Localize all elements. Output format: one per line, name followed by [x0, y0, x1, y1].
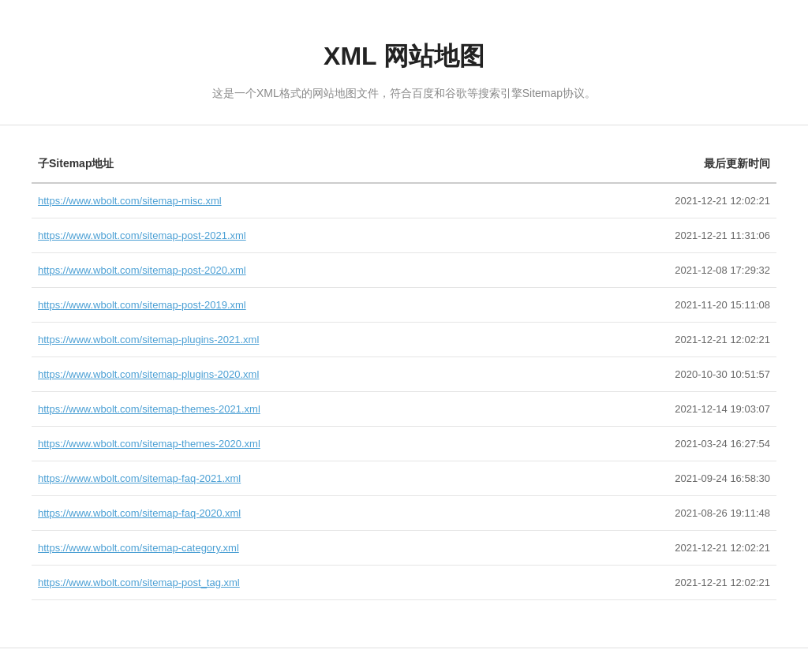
table-cell-url: https://www.wbolt.com/sitemap-post-2021.…: [32, 218, 542, 253]
table-cell-url: https://www.wbolt.com/sitemap-post_tag.x…: [32, 566, 542, 600]
sitemap-url-link[interactable]: https://www.wbolt.com/sitemap-themes-202…: [38, 403, 260, 415]
col-url-header: 子Sitemap地址: [32, 149, 542, 183]
table-cell-url: https://www.wbolt.com/sitemap-post-2019.…: [32, 288, 542, 323]
sitemap-url-link[interactable]: https://www.wbolt.com/sitemap-plugins-20…: [38, 334, 259, 345]
table-cell-date: 2021-11-20 15:11:08: [542, 288, 776, 323]
table-cell-date: 2021-09-24 16:58:30: [542, 461, 776, 496]
table-row: https://www.wbolt.com/sitemap-faq-2021.x…: [32, 461, 776, 496]
table-cell-date: 2021-03-24 16:27:54: [542, 427, 776, 461]
table-row: https://www.wbolt.com/sitemap-plugins-20…: [32, 357, 776, 392]
table-row: https://www.wbolt.com/sitemap-plugins-20…: [32, 323, 776, 357]
table-cell-url: https://www.wbolt.com/sitemap-post-2020.…: [32, 253, 542, 288]
table-header-row: 子Sitemap地址 最后更新时间: [32, 149, 776, 183]
table-cell-url: https://www.wbolt.com/sitemap-plugins-20…: [32, 323, 542, 357]
sitemap-url-link[interactable]: https://www.wbolt.com/sitemap-plugins-20…: [38, 368, 259, 380]
sitemap-url-link[interactable]: https://www.wbolt.com/sitemap-category.x…: [38, 542, 239, 554]
footer-section: 由Smart SEO Tool 插件生成: [0, 648, 808, 672]
col-date-header: 最后更新时间: [542, 149, 776, 183]
table-cell-date: 2021-08-26 19:11:48: [542, 496, 776, 531]
table-row: https://www.wbolt.com/sitemap-post-2020.…: [32, 253, 776, 288]
table-cell-date: 2021-12-14 19:03:07: [542, 392, 776, 427]
table-row: https://www.wbolt.com/sitemap-themes-202…: [32, 427, 776, 461]
table-cell-date: 2021-12-08 17:29:32: [542, 253, 776, 288]
table-row: https://www.wbolt.com/sitemap-themes-202…: [32, 392, 776, 427]
table-cell-url: https://www.wbolt.com/sitemap-faq-2020.x…: [32, 496, 542, 531]
table-cell-date: 2021-12-21 12:02:21: [542, 183, 776, 218]
table-cell-date: 2021-12-21 11:31:06: [542, 218, 776, 253]
table-cell-date: 2021-12-21 12:02:21: [542, 531, 776, 566]
sitemap-url-link[interactable]: https://www.wbolt.com/sitemap-post_tag.x…: [38, 577, 240, 588]
page-subtitle: 这是一个XML格式的网站地图文件，符合百度和谷歌等搜索引擎Sitemap协议。: [16, 87, 792, 101]
table-row: https://www.wbolt.com/sitemap-misc.xml20…: [32, 183, 776, 218]
sitemap-url-link[interactable]: https://www.wbolt.com/sitemap-post-2020.…: [38, 264, 246, 276]
table-cell-url: https://www.wbolt.com/sitemap-themes-202…: [32, 392, 542, 427]
table-cell-date: 2021-12-21 12:02:21: [542, 566, 776, 600]
sitemap-url-link[interactable]: https://www.wbolt.com/sitemap-faq-2020.x…: [38, 507, 241, 519]
page-title: XML 网站地图: [16, 39, 792, 74]
table-row: https://www.wbolt.com/sitemap-post-2019.…: [32, 288, 776, 323]
table-cell-url: https://www.wbolt.com/sitemap-category.x…: [32, 531, 542, 566]
table-row: https://www.wbolt.com/sitemap-faq-2020.x…: [32, 496, 776, 531]
sitemap-tbody: https://www.wbolt.com/sitemap-misc.xml20…: [32, 183, 776, 600]
sitemap-url-link[interactable]: https://www.wbolt.com/sitemap-misc.xml: [38, 195, 222, 207]
sitemap-url-link[interactable]: https://www.wbolt.com/sitemap-post-2021.…: [38, 230, 246, 241]
table-cell-date: 2021-12-21 12:02:21: [542, 323, 776, 357]
header-section: XML 网站地图 这是一个XML格式的网站地图文件，符合百度和谷歌等搜索引擎Si…: [0, 0, 808, 125]
table-cell-date: 2020-10-30 10:51:57: [542, 357, 776, 392]
table-row: https://www.wbolt.com/sitemap-post-2021.…: [32, 218, 776, 253]
table-cell-url: https://www.wbolt.com/sitemap-themes-202…: [32, 427, 542, 461]
sitemap-url-link[interactable]: https://www.wbolt.com/sitemap-post-2019.…: [38, 299, 246, 311]
table-row: https://www.wbolt.com/sitemap-category.x…: [32, 531, 776, 566]
table-cell-url: https://www.wbolt.com/sitemap-faq-2021.x…: [32, 461, 542, 496]
sitemap-url-link[interactable]: https://www.wbolt.com/sitemap-themes-202…: [38, 438, 260, 450]
table-cell-url: https://www.wbolt.com/sitemap-misc.xml: [32, 183, 542, 218]
table-row: https://www.wbolt.com/sitemap-post_tag.x…: [32, 566, 776, 600]
content-section: 子Sitemap地址 最后更新时间 https://www.wbolt.com/…: [0, 125, 808, 648]
page-wrapper: XML 网站地图 这是一个XML格式的网站地图文件，符合百度和谷歌等搜索引擎Si…: [0, 0, 808, 672]
sitemap-table: 子Sitemap地址 最后更新时间 https://www.wbolt.com/…: [32, 149, 776, 600]
table-cell-url: https://www.wbolt.com/sitemap-plugins-20…: [32, 357, 542, 392]
sitemap-url-link[interactable]: https://www.wbolt.com/sitemap-faq-2021.x…: [38, 472, 241, 484]
